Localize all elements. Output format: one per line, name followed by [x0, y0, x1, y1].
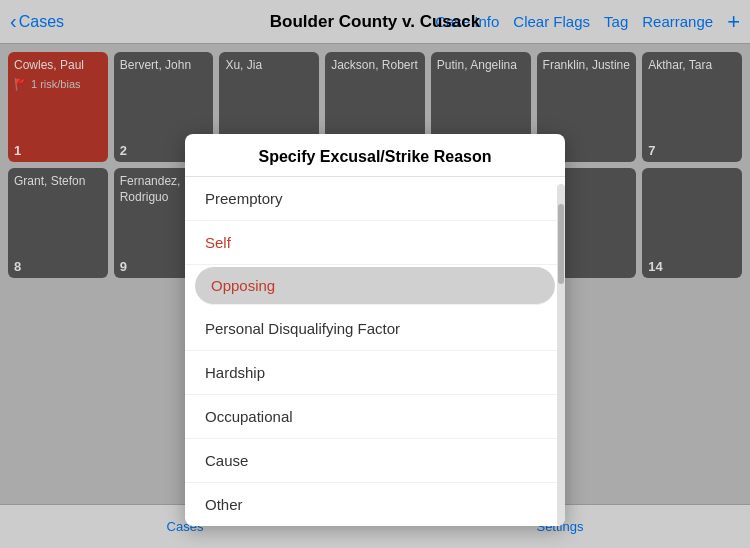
modal-panel: Specify Excusal/Strike Reason Preemptory…: [185, 134, 565, 526]
scrollbar-thumb: [558, 204, 564, 284]
option-personal-disqualifying[interactable]: Personal Disqualifying Factor: [185, 307, 565, 351]
option-hardship[interactable]: Hardship: [185, 351, 565, 395]
option-occupational[interactable]: Occupational: [185, 395, 565, 439]
option-other[interactable]: Other: [185, 483, 565, 526]
option-preemptory[interactable]: Preemptory: [185, 177, 565, 221]
modal-list: Preemptory Self Opposing Personal Disqua…: [185, 177, 565, 526]
option-self[interactable]: Self: [185, 221, 565, 265]
option-cause[interactable]: Cause: [185, 439, 565, 483]
option-opposing[interactable]: Opposing: [195, 267, 555, 305]
scrollbar[interactable]: [557, 184, 565, 526]
modal-overlay[interactable]: Specify Excusal/Strike Reason Preemptory…: [0, 0, 750, 548]
modal-title: Specify Excusal/Strike Reason: [185, 134, 565, 177]
